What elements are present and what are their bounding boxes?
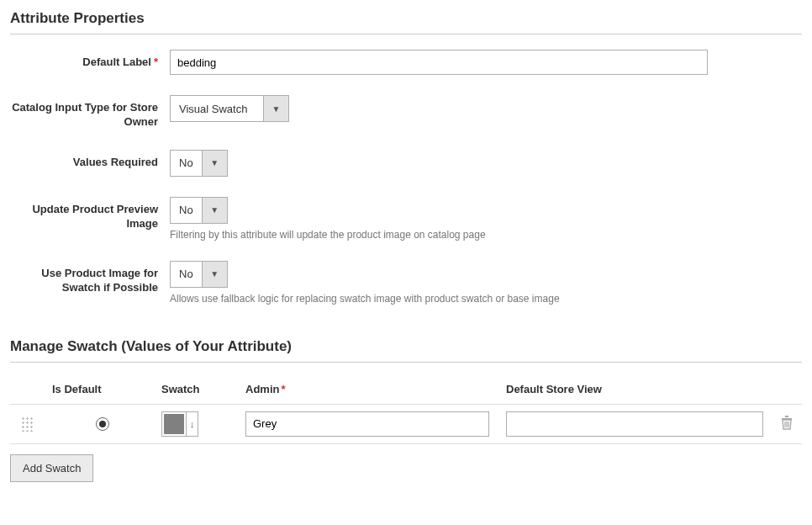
section-title: Attribute Properties: [10, 10, 802, 34]
header-admin: Admin: [245, 383, 279, 395]
label-values-required: Values Required: [10, 150, 170, 170]
chevron-down-icon: ▼: [202, 151, 227, 176]
swatch-color-icon: [162, 412, 186, 436]
required-asterisk: *: [154, 56, 158, 68]
section-title: Manage Swatch (Values of Your Attribute): [10, 338, 802, 363]
swatch-color-picker[interactable]: ↓: [161, 411, 198, 437]
chevron-down-icon: ▼: [202, 198, 227, 223]
chevron-down-icon: ▼: [263, 96, 288, 121]
update-preview-value: No: [171, 198, 202, 223]
label-use-product-img: Use Product Image for Swatch if Possible: [10, 261, 170, 295]
is-default-radio[interactable]: [96, 417, 109, 431]
label-default-label: Default Label: [82, 56, 151, 68]
update-preview-select[interactable]: No ▼: [170, 197, 228, 224]
arrow-down-icon: ↓: [186, 412, 198, 436]
help-update-preview: Filtering by this attribute will update …: [170, 229, 708, 241]
manage-swatch-section: Manage Swatch (Values of Your Attribute)…: [10, 338, 802, 482]
values-required-value: No: [171, 151, 202, 176]
header-is-default: Is Default: [52, 383, 102, 395]
field-input-type: Catalog Input Type for Store Owner Visua…: [10, 95, 802, 130]
swatch-table-header: Is Default Swatch Admin* Default Store V…: [10, 378, 802, 404]
input-type-select[interactable]: Visual Swatch ▼: [170, 95, 289, 122]
chevron-down-icon: ▼: [202, 262, 227, 287]
field-update-preview: Update Product Preview Image No ▼ Filter…: [10, 197, 802, 241]
values-required-select[interactable]: No ▼: [170, 150, 228, 177]
input-type-value: Visual Swatch: [171, 96, 263, 121]
header-store-view: Default Store View: [506, 383, 602, 395]
header-swatch: Swatch: [161, 383, 200, 395]
field-use-product-img: Use Product Image for Swatch if Possible…: [10, 261, 802, 305]
field-default-label: Default Label*: [10, 50, 802, 75]
field-values-required: Values Required No ▼: [10, 150, 802, 177]
svg-rect-1: [785, 416, 788, 417]
admin-value-input[interactable]: [245, 411, 489, 437]
add-swatch-button[interactable]: Add Swatch: [10, 454, 93, 482]
help-use-product-img: Allows use fallback logic for replacing …: [170, 293, 708, 305]
delete-row-button[interactable]: [780, 415, 794, 432]
attribute-properties-section: Attribute Properties Default Label* Cata…: [10, 10, 802, 305]
label-input-type: Catalog Input Type for Store Owner: [10, 95, 170, 130]
default-label-input[interactable]: [170, 50, 708, 75]
label-update-preview: Update Product Preview Image: [10, 197, 170, 231]
store-view-value-input[interactable]: [506, 411, 763, 437]
swatch-row: ↓: [10, 404, 802, 444]
use-product-img-select[interactable]: No ▼: [170, 261, 228, 288]
trash-icon: [780, 415, 794, 430]
use-product-img-value: No: [171, 262, 202, 287]
drag-handle-icon[interactable]: [21, 416, 33, 432]
required-asterisk: *: [281, 383, 285, 395]
radio-selected-icon: [99, 421, 106, 427]
